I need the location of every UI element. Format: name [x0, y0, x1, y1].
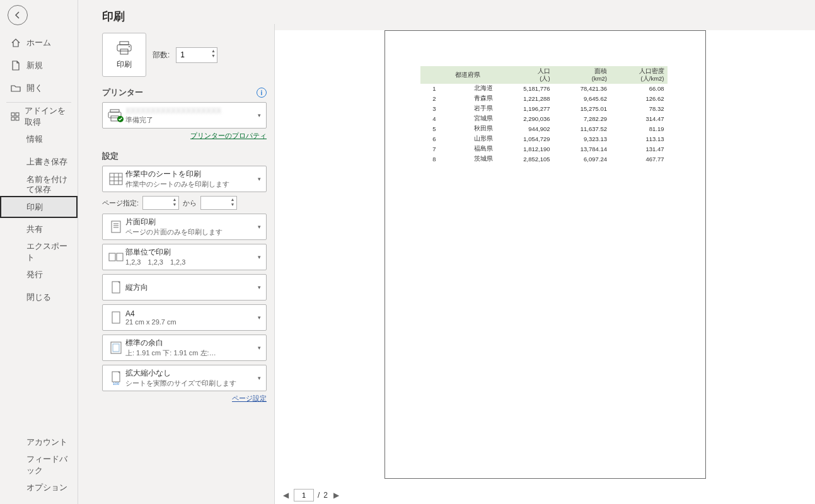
nav-home[interactable]: ホーム: [0, 32, 78, 54]
nav-publish[interactable]: 発行: [0, 263, 78, 286]
table-row: 2青森県1,221,2889,645.62126.62: [420, 94, 668, 104]
print-preview-pane: 都道府県 人口(人) 面積(km2) 人口密度(人/km2) 1北海道5,181…: [275, 30, 815, 504]
nav-options[interactable]: オプション: [0, 476, 78, 499]
printer-info-icon[interactable]: i: [257, 88, 267, 98]
print-what-dropdown[interactable]: 作業中のシートを印刷 作業中のシートのみを印刷します ▾: [102, 166, 267, 192]
page-setup-link[interactable]: ページ設定: [102, 394, 267, 403]
back-arrow-icon: [13, 11, 22, 20]
copies-up[interactable]: ▲: [210, 49, 216, 54]
nav-save[interactable]: 上書き保存: [0, 151, 78, 173]
nav-close[interactable]: 閉じる: [0, 286, 78, 309]
nav-feedback[interactable]: フィードバック: [0, 454, 78, 476]
margins-dropdown[interactable]: 標準の余白 上: 1.91 cm 下: 1.91 cm 左:… ▾: [102, 335, 267, 361]
row-pop: 1,196,277: [496, 104, 553, 114]
row-dens: 126.62: [610, 94, 668, 104]
print-button[interactable]: 印刷: [102, 33, 146, 77]
pages-from-up[interactable]: ▲: [171, 197, 178, 202]
printer-dropdown[interactable]: XXXXXXXXXXXXXXXXXXX 準備完了 ▾: [102, 102, 267, 129]
nav-export[interactable]: エクスポート: [0, 241, 78, 263]
nav-addins-label: アドインを取得: [25, 105, 72, 128]
svg-rect-8: [110, 110, 119, 112]
row-index: 8: [420, 154, 439, 164]
nav-saveas[interactable]: 名前を付けて保存: [0, 173, 78, 196]
sides-dropdown[interactable]: 片面印刷 ページの片面のみを印刷します ▾: [102, 214, 267, 240]
svg-rect-2: [11, 117, 14, 120]
nav-new[interactable]: 新規: [0, 54, 78, 77]
nav-home-label: ホーム: [26, 37, 51, 49]
paper-l2: 21 cm x 29.7 cm: [125, 318, 257, 326]
nav-open[interactable]: 開く: [0, 77, 78, 100]
pager-current-input[interactable]: [294, 489, 314, 501]
print-what-l1: 作業中のシートを印刷: [125, 169, 257, 180]
pages-from-down[interactable]: ▼: [171, 202, 178, 207]
main-panel: 印刷 印刷 部数: ▲ ▼: [78, 0, 815, 504]
row-area: 15,275.01: [553, 104, 610, 114]
th-pref: 都道府県: [439, 66, 496, 84]
nav-share-label: 共有: [26, 224, 43, 235]
row-area: 11,637.52: [553, 124, 610, 134]
nav-info[interactable]: 情報: [0, 128, 78, 151]
row-pop: 944,902: [496, 124, 553, 134]
paper-icon: [107, 311, 125, 324]
row-index: 3: [420, 104, 439, 114]
nav-account-label: アカウント: [26, 437, 67, 448]
row-index: 4: [420, 114, 439, 124]
nav-account[interactable]: アカウント: [0, 431, 78, 454]
portrait-icon: [107, 280, 125, 294]
paper-size-dropdown[interactable]: A4 21 cm x 29.7 cm ▾: [102, 304, 267, 331]
svg-rect-16: [112, 282, 120, 293]
row-area: 6,097.24: [553, 154, 610, 164]
chevron-down-icon: ▾: [257, 345, 262, 351]
svg-rect-14: [109, 253, 115, 261]
pages-to-down[interactable]: ▼: [229, 202, 236, 207]
chevron-down-icon: ▾: [257, 112, 262, 118]
copies-down[interactable]: ▼: [210, 54, 216, 59]
pages-to-label: から: [183, 198, 197, 208]
svg-rect-6: [120, 49, 128, 54]
nav-info-label: 情報: [26, 134, 43, 145]
nav-export-label: エクスポート: [26, 241, 72, 263]
pages-from-spinbox[interactable]: ▲▼: [142, 196, 179, 210]
orientation-dropdown[interactable]: 縦方向 ▾: [102, 274, 267, 301]
print-what-l2: 作業中のシートのみを印刷します: [125, 180, 257, 189]
back-button[interactable]: [8, 5, 28, 25]
nav-addins[interactable]: アドインを取得: [0, 105, 78, 128]
row-pref: 福島県: [439, 144, 496, 154]
collate-dropdown[interactable]: 部単位で印刷 1,2,3 1,2,3 1,2,3 ▾: [102, 244, 267, 270]
pages-to-up[interactable]: ▲: [229, 197, 236, 202]
one-sided-icon: [107, 220, 125, 234]
copies-spinbox[interactable]: ▲ ▼: [176, 47, 217, 63]
nav-share[interactable]: 共有: [0, 218, 78, 241]
svg-rect-4: [120, 42, 129, 45]
th-area: 面積(km2): [553, 66, 610, 84]
printer-status: 準備完了: [125, 115, 257, 125]
collate-l2: 1,2,3 1,2,3 1,2,3: [125, 258, 257, 267]
row-dens: 81.19: [610, 124, 668, 134]
nav-saveas-label: 名前を付けて保存: [26, 175, 72, 194]
settings-section-label: 設定: [102, 151, 118, 162]
chevron-down-icon: ▾: [257, 375, 262, 381]
row-pref: 茨城県: [439, 154, 496, 164]
nav-feedback-label: フィードバック: [26, 454, 72, 476]
row-dens: 467.77: [610, 154, 668, 164]
row-area: 9,323.13: [553, 134, 610, 144]
pages-to-spinbox[interactable]: ▲▼: [200, 196, 237, 210]
backstage-sidebar: ホーム 新規 開く アドインを取得 情報 上書き保存 名前を付けて保存 印刷 共…: [0, 0, 78, 504]
nav-print[interactable]: 印刷: [0, 196, 78, 218]
pager-prev[interactable]: ◀: [281, 491, 290, 500]
th-dens: 人口密度(人/km2): [610, 66, 668, 84]
row-index: 7: [420, 144, 439, 154]
svg-point-7: [129, 46, 130, 47]
row-pop: 2,852,105: [496, 154, 553, 164]
chevron-down-icon: ▾: [257, 224, 262, 230]
row-dens: 131.47: [610, 144, 668, 154]
pager-next[interactable]: ▶: [332, 491, 340, 500]
paper-l1: A4: [125, 309, 257, 318]
preview-pager: ◀ / 2 ▶: [275, 486, 815, 504]
orientation-l1: 縦方向: [125, 282, 257, 293]
printer-status-icon: [107, 108, 125, 122]
pager-separator: /: [318, 491, 320, 500]
sheet-icon: [107, 173, 125, 185]
printer-properties-link[interactable]: プリンターのプロパティ: [102, 131, 267, 140]
scaling-dropdown[interactable]: 100 拡大縮小なし シートを実際のサイズで印刷します ▾: [102, 365, 267, 391]
